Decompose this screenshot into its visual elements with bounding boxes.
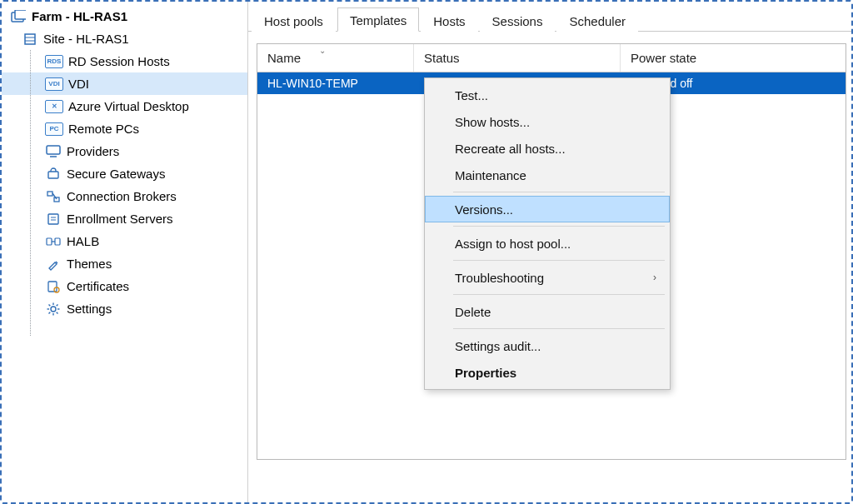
site-icon [22, 32, 38, 47]
menu-separator [453, 226, 665, 227]
svg-rect-15 [55, 238, 60, 245]
svg-rect-14 [47, 238, 52, 245]
svg-line-27 [57, 304, 58, 306]
menu-item-label: Versions... [455, 202, 513, 217]
menu-item-delete[interactable]: Delete [425, 298, 670, 325]
sidebar-item-label: HALB [67, 234, 99, 248]
menu-item-properties[interactable]: Properties [425, 359, 670, 386]
menu-item-label: Settings audit... [455, 339, 541, 353]
tree-node-label: Site - HL-RAS1 [43, 32, 129, 46]
sidebar-item-label: Azure Virtual Desktop [68, 99, 189, 113]
sidebar-item-vdi[interactable]: VDI VDI [2, 72, 247, 95]
chevron-right-icon: › [653, 272, 656, 283]
tree-node-farm[interactable]: Farm - HL-RAS1 [2, 5, 247, 27]
sort-indicator-icon: ⌄ [319, 46, 326, 55]
templates-grid: ⌄ Name Status Power state HL-WIN10-TEMP … [257, 43, 846, 460]
svg-rect-17 [48, 282, 57, 292]
sidebar-item-label: Remote PCs [68, 122, 139, 136]
gear-icon [45, 302, 62, 317]
svg-point-19 [51, 307, 56, 312]
column-header-power-state[interactable]: Power state [621, 44, 846, 72]
sidebar-item-label: Settings [67, 302, 112, 316]
column-header-status[interactable]: Status [414, 44, 621, 72]
column-header-name[interactable]: ⌄ Name [257, 44, 414, 72]
svg-line-24 [49, 304, 51, 306]
app-window: Farm - HL-RAS1 Site - HL-RAS1 RDS RD Ses… [0, 0, 853, 504]
menu-item-versions[interactable]: Versions... [425, 196, 670, 222]
sidebar-item-themes[interactable]: Themes [2, 252, 247, 275]
menu-item-label: Properties [455, 366, 516, 380]
sidebar-item-label: Secure Gateways [67, 167, 165, 181]
sidebar-item-halb[interactable]: HALB [2, 230, 247, 252]
sidebar-item-azure-virtual-desktop[interactable]: ✕ Azure Virtual Desktop [2, 95, 247, 117]
farm-icon [10, 9, 27, 24]
themes-icon [45, 257, 62, 272]
sidebar-item-label: Connection Brokers [67, 189, 177, 203]
svg-rect-2 [25, 34, 35, 44]
tab-sessions[interactable]: Sessions [480, 8, 556, 32]
svg-rect-1 [15, 10, 26, 19]
svg-rect-11 [48, 214, 58, 224]
halb-icon [45, 234, 62, 249]
sidebar-item-connection-brokers[interactable]: Connection Brokers [2, 185, 247, 207]
column-label: Name [267, 51, 301, 65]
sidebar-item-settings[interactable]: Settings [2, 297, 247, 320]
grid-header: ⌄ Name Status Power state [257, 44, 846, 72]
svg-line-25 [57, 312, 58, 313]
menu-item-troubleshooting[interactable]: Troubleshooting › [425, 264, 670, 291]
menu-item-maintenance[interactable]: Maintenance [425, 162, 670, 188]
svg-line-26 [49, 312, 51, 313]
sidebar-item-label: Providers [67, 144, 119, 158]
context-menu: Test... Show hosts... Recreate all hosts… [424, 77, 671, 390]
certificates-icon [45, 279, 62, 294]
cell-text: HL-WIN10-TEMP [267, 77, 358, 90]
menu-item-settings-audit[interactable]: Settings audit... [425, 332, 670, 359]
vdi-icon: VDI [45, 77, 63, 91]
svg-rect-9 [54, 197, 59, 202]
enrollment-icon [45, 212, 62, 227]
main-area: Host pools Templates Hosts Sessions Sche… [248, 2, 851, 502]
tab-bar: Host pools Templates Hosts Sessions Sche… [248, 2, 851, 32]
menu-item-test[interactable]: Test... [425, 82, 670, 108]
menu-item-show-hosts[interactable]: Show hosts... [425, 108, 670, 135]
menu-item-label: Test... [455, 88, 488, 102]
svg-rect-5 [47, 146, 60, 154]
tab-templates[interactable]: Templates [337, 7, 419, 32]
menu-separator [453, 192, 665, 192]
tab-host-pools[interactable]: Host pools [252, 8, 336, 32]
cell-name: HL-WIN10-TEMP [257, 77, 414, 90]
sidebar-item-certificates[interactable]: Certificates [2, 275, 247, 297]
sidebar-item-secure-gateways[interactable]: Secure Gateways [2, 162, 247, 185]
menu-item-label: Maintenance [455, 168, 526, 182]
menu-separator [453, 260, 665, 261]
tab-hosts[interactable]: Hosts [421, 8, 477, 32]
sidebar-item-label: Certificates [67, 279, 129, 293]
tab-scheduler[interactable]: Scheduler [556, 8, 638, 32]
menu-item-label: Delete [455, 305, 491, 319]
tree-node-site[interactable]: Site - HL-RAS1 [2, 27, 247, 50]
svg-rect-8 [47, 192, 52, 196]
menu-item-label: Recreate all hosts... [455, 142, 566, 156]
sidebar-item-enrollment-servers[interactable]: Enrollment Servers [2, 207, 247, 230]
rds-icon: RDS [45, 55, 63, 68]
tab-content: ⌄ Name Status Power state HL-WIN10-TEMP … [248, 32, 851, 502]
sidebar-item-remote-pcs[interactable]: PC Remote PCs [2, 117, 247, 140]
menu-item-label: Assign to host pool... [455, 237, 571, 251]
menu-item-label: Show hosts... [455, 115, 530, 129]
sidebar-item-label: VDI [68, 77, 89, 91]
sidebar-item-label: RD Session Hosts [68, 54, 170, 68]
sidebar-tree: Farm - HL-RAS1 Site - HL-RAS1 RDS RD Ses… [2, 2, 248, 502]
providers-icon [45, 144, 62, 159]
column-label: Status [424, 51, 460, 65]
avd-icon: ✕ [45, 100, 63, 113]
menu-separator [453, 294, 665, 295]
broker-icon [45, 189, 62, 204]
sidebar-item-rd-session-hosts[interactable]: RDS RD Session Hosts [2, 50, 247, 72]
menu-item-recreate-all-hosts[interactable]: Recreate all hosts... [425, 135, 670, 162]
svg-rect-7 [48, 172, 58, 178]
sidebar-item-label: Enrollment Servers [67, 212, 173, 226]
menu-item-assign-to-host-pool[interactable]: Assign to host pool... [425, 230, 670, 257]
sidebar-item-providers[interactable]: Providers [2, 140, 247, 162]
tree-guide-line [30, 50, 31, 336]
sidebar-item-label: Themes [67, 257, 112, 271]
